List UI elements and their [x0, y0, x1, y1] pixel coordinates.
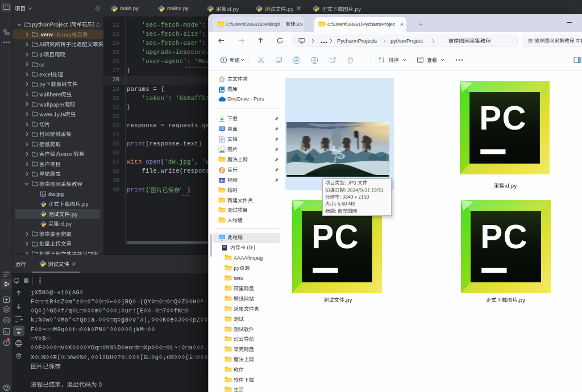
svg-text:PC: PC: [311, 218, 359, 255]
svg-text:PC: PC: [479, 99, 526, 136]
svg-text:PC: PC: [480, 218, 527, 255]
